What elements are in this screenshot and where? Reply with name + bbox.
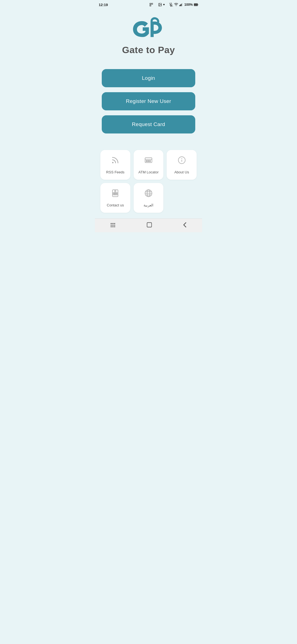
bottom-nav xyxy=(95,219,202,232)
status-bar: 12:19 • 100% xyxy=(95,0,202,9)
register-button[interactable]: Register New User xyxy=(102,92,195,110)
svg-rect-21 xyxy=(146,160,147,162)
rss-feeds-card[interactable]: RSS Feeds xyxy=(100,150,130,180)
status-time: 12:19 xyxy=(99,3,108,7)
rotate-icon xyxy=(154,3,157,7)
mute-icon xyxy=(169,3,173,7)
app-logo-icon xyxy=(132,17,165,45)
login-button[interactable]: Login xyxy=(102,69,195,87)
battery-text: 100% xyxy=(184,3,193,7)
about-us-label: About Us xyxy=(174,170,189,175)
svg-rect-23 xyxy=(150,160,151,162)
svg-rect-10 xyxy=(180,4,181,6)
status-icons: • 100% xyxy=(149,2,198,7)
svg-point-18 xyxy=(112,162,113,163)
globe-icon xyxy=(144,189,153,199)
contact-us-card[interactable]: Contact us xyxy=(100,183,130,213)
svg-rect-15 xyxy=(198,4,198,5)
svg-rect-11 xyxy=(181,4,182,6)
contact-us-label: Contact us xyxy=(107,203,124,208)
request-card-button[interactable]: Request Card xyxy=(102,115,195,133)
info-icon xyxy=(178,156,186,166)
main-content: Gate to Pay Login Register New User Requ… xyxy=(95,9,202,219)
dot-indicator: • xyxy=(163,2,165,7)
nav-back-button[interactable] xyxy=(177,222,193,230)
atm-icon xyxy=(144,156,153,166)
menu-lines-icon xyxy=(110,223,116,228)
arabic-label: العربية xyxy=(144,203,153,208)
grid-top-section: RSS Feeds ATM Locator xyxy=(100,150,197,180)
logo-area: Gate to Pay xyxy=(122,17,175,55)
svg-rect-1 xyxy=(152,3,153,4)
wifi-icon xyxy=(174,3,178,6)
svg-point-4 xyxy=(159,4,160,4)
svg-rect-12 xyxy=(182,3,182,6)
signal-icon xyxy=(179,3,183,6)
svg-rect-0 xyxy=(150,3,151,4)
svg-rect-9 xyxy=(179,5,180,6)
svg-point-28 xyxy=(115,190,116,192)
image-icon xyxy=(158,3,162,7)
back-arrow-icon xyxy=(183,222,187,228)
teams-icon xyxy=(149,3,153,7)
about-us-card[interactable]: About Us xyxy=(167,150,197,180)
atm-locator-label: ATM Locator xyxy=(138,170,158,175)
rss-feeds-label: RSS Feeds xyxy=(106,170,124,175)
atm-locator-card[interactable]: ATM Locator xyxy=(134,150,164,180)
home-circle-icon xyxy=(146,222,152,228)
logo-text: Gate to Pay xyxy=(122,45,175,55)
battery-icon xyxy=(194,3,198,6)
svg-rect-31 xyxy=(116,192,117,193)
rss-icon xyxy=(111,156,119,166)
empty-grid-cell xyxy=(167,183,197,213)
svg-rect-49 xyxy=(147,222,152,227)
svg-rect-19 xyxy=(145,158,152,163)
nav-home-button[interactable] xyxy=(141,222,158,230)
grid-bottom-section: Contact us العربية xyxy=(100,183,197,213)
button-group: Login Register New User Request Card xyxy=(102,69,195,133)
arabic-card[interactable]: العربية xyxy=(134,183,164,213)
phone-icon xyxy=(111,189,119,199)
svg-point-8 xyxy=(176,6,177,6)
svg-rect-22 xyxy=(148,160,149,162)
nav-menu-button[interactable] xyxy=(105,222,122,229)
svg-rect-34 xyxy=(116,194,117,195)
svg-rect-2 xyxy=(150,5,151,6)
